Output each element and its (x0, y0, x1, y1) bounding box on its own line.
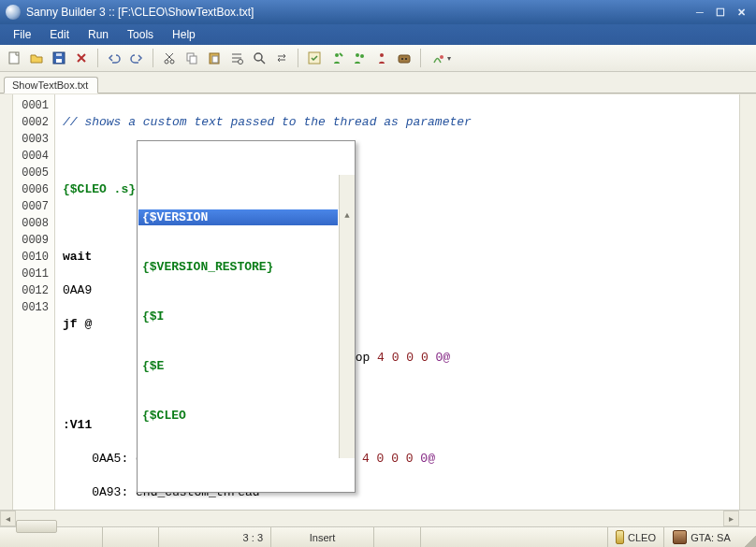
compile-and-run-button[interactable] (349, 48, 370, 68)
svg-point-15 (360, 54, 364, 58)
cut-button[interactable] (159, 48, 180, 68)
tab-active[interactable]: ShowTextBox.txt (4, 77, 98, 94)
status-cell (103, 527, 159, 547)
code-area[interactable]: // shows a custom text passed to the thr… (55, 94, 739, 510)
menu-bar: File Edit Run Tools Help (0, 24, 756, 45)
toolbar-separator (420, 49, 421, 67)
title-bar: Sanny Builder 3 :: [F:\CLEO\ShowTextBox.… (0, 0, 756, 24)
open-file-button[interactable] (26, 48, 47, 68)
scroll-thumb[interactable] (16, 520, 57, 533)
minimize-button[interactable]: ─ (691, 5, 709, 20)
decompile-button[interactable] (371, 48, 392, 68)
autocomplete-item[interactable]: {$I (138, 309, 338, 324)
horizontal-scrollbar[interactable]: ◂ ▸ (0, 510, 756, 526)
svg-rect-7 (190, 56, 196, 64)
svg-rect-3 (56, 53, 62, 56)
vertical-scrollbar[interactable] (739, 94, 756, 510)
status-game[interactable]: GTA: SA (664, 527, 739, 547)
tab-label: ShowTextBox.txt (12, 79, 88, 91)
line-number-gutter: 000100020003 000400050006 000700080009 0… (13, 94, 55, 510)
run-game-button[interactable] (394, 48, 414, 68)
autocomplete-item[interactable]: {$VERSION (138, 209, 338, 225)
autocomplete-item[interactable]: {$VERSION_RESTORE} (138, 259, 338, 275)
autocomplete-list: {$VERSION {$VERSION_RESTORE} {$I {$E {$C… (138, 175, 339, 458)
editor: 000100020003 000400050006 000700080009 0… (0, 94, 756, 510)
autocomplete-popup[interactable]: {$VERSION {$VERSION_RESTORE} {$I {$E {$C… (137, 140, 356, 493)
toolbar-separator (97, 49, 98, 67)
svg-point-20 (440, 55, 443, 59)
svg-rect-2 (56, 59, 62, 63)
cleo-icon (616, 530, 624, 544)
svg-point-11 (254, 53, 262, 61)
svg-point-18 (401, 58, 403, 60)
svg-point-10 (239, 60, 243, 65)
toolbar: ▾ (0, 45, 756, 72)
menu-tools[interactable]: Tools (118, 26, 163, 43)
status-cell (374, 527, 421, 547)
save-file-button[interactable] (49, 48, 69, 68)
maximize-button[interactable]: ☐ (711, 5, 730, 20)
close-button[interactable]: ✕ (732, 5, 750, 20)
status-insert-mode: Insert (271, 527, 374, 547)
window-title: Sanny Builder 3 :: [F:\CLEO\ShowTextBox.… (26, 6, 689, 19)
svg-point-5 (170, 60, 174, 64)
dropdown-arrow-icon: ▾ (447, 54, 451, 63)
status-message (421, 527, 608, 547)
replace-button[interactable] (271, 48, 292, 68)
svg-point-16 (380, 53, 384, 57)
search-button[interactable] (249, 48, 269, 68)
menu-run[interactable]: Run (79, 26, 118, 43)
find-button[interactable] (226, 48, 247, 68)
svg-rect-9 (212, 56, 218, 63)
close-file-button[interactable] (71, 48, 92, 68)
menu-edit[interactable]: Edit (40, 26, 79, 43)
status-cursor: 3 : 3 (159, 527, 271, 547)
app-window: Sanny Builder 3 :: [F:\CLEO\ShowTextBox.… (0, 0, 756, 547)
menu-help[interactable]: Help (163, 26, 205, 43)
status-bar: 3 : 3 Insert CLEO GTA: SA (0, 526, 756, 547)
undo-button[interactable] (104, 48, 124, 68)
autocomplete-item[interactable]: {$E (138, 358, 338, 374)
svg-rect-0 (9, 52, 19, 64)
svg-rect-17 (399, 55, 410, 63)
copy-button[interactable] (182, 48, 202, 68)
paste-button[interactable] (204, 48, 225, 68)
bookmark-gutter[interactable] (0, 94, 13, 510)
scroll-right-button[interactable]: ▸ (723, 511, 739, 526)
scroll-left-button[interactable]: ◂ (0, 511, 16, 526)
svg-point-4 (165, 60, 168, 64)
status-cleo[interactable]: CLEO (608, 527, 664, 547)
game-icon (673, 530, 687, 544)
run-button[interactable] (327, 48, 347, 68)
svg-point-19 (405, 58, 407, 60)
scroll-up-icon[interactable]: ▲ (340, 209, 355, 223)
toolbar-separator (153, 49, 153, 67)
options-button[interactable]: ▾ (427, 48, 455, 68)
compile-button[interactable] (304, 48, 325, 68)
toolbar-separator (298, 49, 298, 67)
redo-button[interactable] (126, 48, 147, 68)
svg-point-13 (335, 53, 339, 57)
menu-file[interactable]: File (4, 26, 40, 43)
autocomplete-item[interactable]: {$CLEO (138, 408, 338, 424)
app-icon (6, 5, 21, 20)
svg-point-14 (356, 53, 359, 57)
resize-grip[interactable] (739, 527, 756, 547)
tab-strip: ShowTextBox.txt (0, 72, 756, 94)
new-file-button[interactable] (4, 48, 24, 68)
autocomplete-scrollbar[interactable]: ▲ (339, 175, 355, 458)
